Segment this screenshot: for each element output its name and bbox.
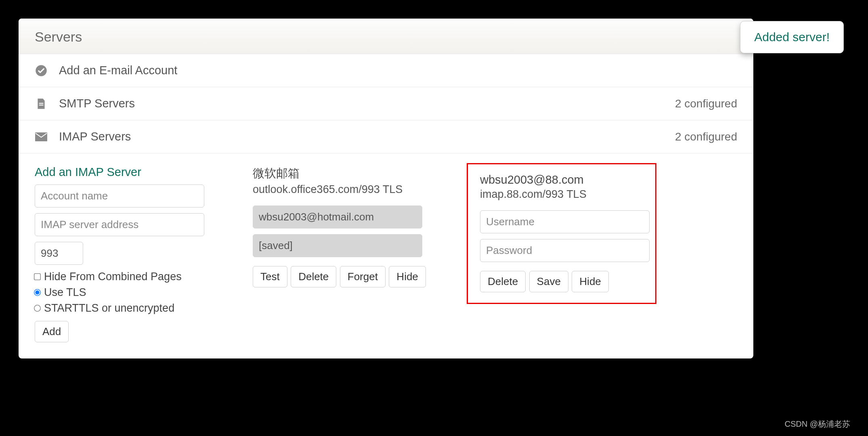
option-label: STARTTLS or unencrypted	[44, 302, 174, 314]
starttls-radio[interactable]	[34, 305, 41, 312]
row-add-account[interactable]: Add an E-mail Account	[19, 54, 753, 87]
svg-rect-1	[39, 103, 44, 103]
imap-content: Add an IMAP Server Hide From Combined Pa…	[19, 153, 753, 358]
forget-button[interactable]: Forget	[340, 266, 386, 287]
row-imap[interactable]: IMAP Servers 2 configured	[19, 120, 753, 153]
panel-header: Servers	[19, 19, 753, 54]
servers-panel: Servers Add an E-mail Account SMTP Serve…	[17, 17, 755, 360]
hide-button[interactable]: Hide	[389, 266, 426, 287]
row-label: SMTP Servers	[59, 97, 675, 110]
password-input[interactable]	[480, 239, 650, 262]
watermark: CSDN @杨浦老苏	[784, 419, 850, 430]
row-status: 2 configured	[675, 97, 737, 110]
option-label: Use TLS	[44, 286, 86, 299]
username-readonly: wbsu2003@hotmail.com	[253, 205, 422, 228]
use-tls-option[interactable]: Use TLS	[35, 286, 229, 299]
option-label: Hide From Combined Pages	[44, 270, 182, 283]
form-title: Add an IMAP Server	[35, 166, 229, 179]
row-label: IMAP Servers	[59, 130, 675, 143]
account-name-input[interactable]	[35, 184, 204, 208]
document-icon	[35, 97, 48, 110]
row-status: 2 configured	[675, 130, 737, 143]
row-smtp[interactable]: SMTP Servers 2 configured	[19, 87, 753, 120]
toast-added-server: Added server!	[740, 21, 844, 53]
password-readonly: [saved]	[253, 234, 422, 257]
highlight-box: wbsu2003@88.com imap.88.com/993 TLS Dele…	[467, 163, 656, 304]
use-tls-radio[interactable]	[34, 289, 41, 296]
delete-button[interactable]: Delete	[480, 271, 526, 292]
delete-button[interactable]: Delete	[291, 266, 336, 287]
add-imap-form: Add an IMAP Server Hide From Combined Pa…	[35, 166, 229, 342]
check-circle-icon	[35, 64, 48, 77]
username-input[interactable]	[480, 210, 650, 233]
port-input[interactable]	[35, 242, 83, 265]
server-title: 微软邮箱	[253, 166, 442, 182]
server-88com: wbsu2003@88.com imap.88.com/993 TLS Dele…	[467, 166, 656, 342]
server-buttons: Delete Save Hide	[480, 268, 643, 292]
hide-combined-option[interactable]: Hide From Combined Pages	[35, 270, 229, 283]
server-buttons: Test Delete Forget Hide	[253, 263, 442, 287]
row-label: Add an E-mail Account	[59, 64, 737, 77]
server-title: wbsu2003@88.com	[480, 173, 643, 187]
add-button[interactable]: Add	[35, 321, 69, 342]
starttls-option[interactable]: STARTTLS or unencrypted	[35, 302, 229, 314]
hide-button[interactable]: Hide	[572, 271, 608, 292]
save-button[interactable]: Save	[529, 271, 568, 292]
svg-rect-2	[39, 105, 44, 105]
server-subtitle: imap.88.com/993 TLS	[480, 188, 643, 201]
page-title: Servers	[35, 29, 737, 45]
imap-address-input[interactable]	[35, 213, 204, 236]
mail-icon	[35, 130, 48, 143]
test-button[interactable]: Test	[253, 266, 287, 287]
server-microsoft: 微软邮箱 outlook.office365.com/993 TLS wbsu2…	[253, 166, 442, 342]
server-subtitle: outlook.office365.com/993 TLS	[253, 183, 442, 196]
hide-combined-checkbox[interactable]	[34, 273, 41, 280]
